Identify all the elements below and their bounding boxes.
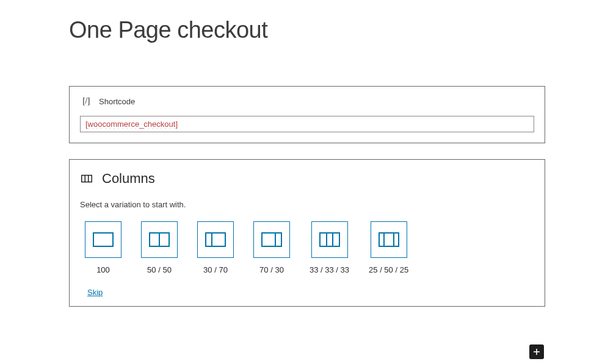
shortcode-input[interactable]: [80, 116, 534, 132]
columns-block-title: Columns: [80, 171, 534, 187]
variation-33-33-33[interactable]: 33 / 33 / 33: [310, 221, 349, 274]
variation-100[interactable]: 100: [85, 221, 121, 274]
plus-icon: [532, 347, 542, 357]
columns-icon: [80, 172, 93, 185]
shortcode-block: [/] Shortcode: [69, 86, 545, 143]
variation-50-50-tile: [141, 221, 178, 258]
variation-25-50-25-tile: [371, 221, 407, 258]
svg-rect-13: [379, 233, 399, 246]
variation-label: 33 / 33 / 33: [310, 265, 349, 274]
variation-25-50-25[interactable]: 25 / 50 / 25: [369, 221, 408, 274]
shortcode-block-header: [/] Shortcode: [80, 95, 534, 107]
variation-label: 50 / 50: [147, 265, 172, 274]
svg-rect-8: [262, 233, 281, 246]
columns-variations: 100 50 / 50 30 / 70: [85, 221, 534, 274]
variation-30-70[interactable]: 30 / 70: [197, 221, 234, 274]
variation-label: 25 / 50 / 25: [369, 265, 408, 274]
svg-rect-0: [82, 176, 92, 182]
variation-70-30-tile: [253, 221, 290, 258]
svg-rect-6: [206, 233, 225, 246]
variation-label: 100: [96, 265, 110, 274]
variation-50-50[interactable]: 50 / 50: [141, 221, 178, 274]
columns-description: Select a variation to start with.: [80, 200, 534, 209]
svg-rect-3: [93, 233, 113, 246]
svg-rect-10: [320, 233, 339, 246]
add-block-button[interactable]: [529, 344, 544, 359]
variation-70-30[interactable]: 70 / 30: [253, 221, 290, 274]
shortcode-glyph: [/]: [82, 96, 90, 106]
variation-33-33-33-tile: [311, 221, 348, 258]
variation-label: 30 / 70: [203, 265, 228, 274]
variation-100-tile: [85, 221, 121, 258]
shortcode-label: Shortcode: [99, 97, 135, 106]
columns-block: Columns Select a variation to start with…: [69, 159, 545, 307]
variation-label: 70 / 30: [259, 265, 284, 274]
skip-link[interactable]: Skip: [87, 288, 103, 297]
variation-30-70-tile: [197, 221, 234, 258]
columns-title-text: Columns: [102, 171, 155, 187]
shortcode-icon: [/]: [80, 95, 92, 107]
page-title: One Page checkout: [69, 17, 605, 43]
